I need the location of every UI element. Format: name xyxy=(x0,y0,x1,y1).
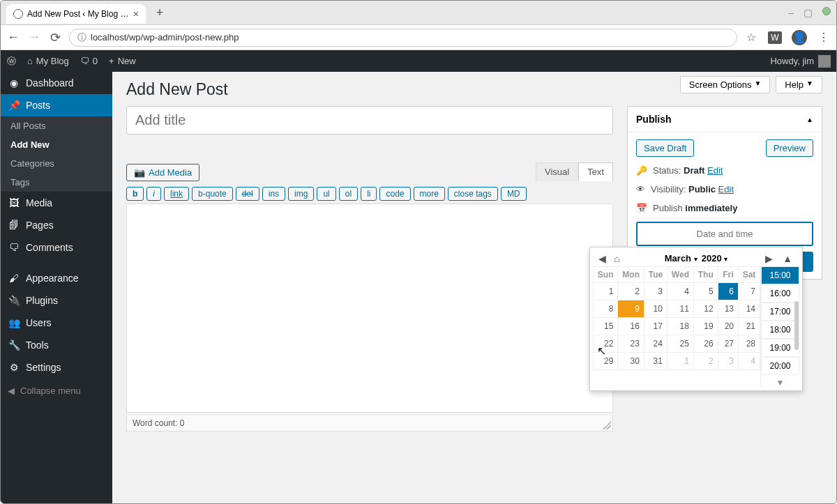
sidebar-item-settings[interactable]: ⚙Settings xyxy=(1,356,112,379)
year-select[interactable]: 2020 ▾ xyxy=(702,253,728,264)
calendar-day[interactable]: 15 xyxy=(594,318,618,335)
calendar-day[interactable]: 26 xyxy=(693,335,718,353)
calendar-day[interactable]: 13 xyxy=(718,300,738,318)
edit-visibility-link[interactable]: Edit xyxy=(718,184,734,194)
resize-handle[interactable] xyxy=(603,421,611,429)
reload-button[interactable]: ⟳ xyxy=(48,30,62,45)
submenu-add-new[interactable]: Add New xyxy=(1,135,112,154)
del-button[interactable]: del xyxy=(236,187,259,201)
scroll-up-icon[interactable]: ▲ xyxy=(783,253,792,264)
calendar-day[interactable]: 3 xyxy=(644,283,667,300)
calendar-day[interactable]: 14 xyxy=(739,300,760,318)
calendar-day[interactable]: 10 xyxy=(644,300,667,318)
next-month-icon[interactable]: ▶ xyxy=(765,253,773,264)
close-tab-icon[interactable]: × xyxy=(133,8,139,20)
calendar-day[interactable]: 5 xyxy=(693,283,718,300)
calendar-day[interactable]: 2 xyxy=(618,283,644,300)
code-button[interactable]: code xyxy=(379,187,410,201)
ul-button[interactable]: ul xyxy=(317,187,335,201)
calendar-day[interactable]: 6 xyxy=(718,283,738,300)
calendar-day[interactable]: 3 xyxy=(718,353,738,370)
calendar-day[interactable]: 28 xyxy=(739,335,760,353)
add-media-button[interactable]: 📷Add Media xyxy=(126,164,199,181)
post-title-input[interactable] xyxy=(126,106,613,135)
new-tab-button[interactable]: + xyxy=(151,6,168,20)
li-button[interactable]: li xyxy=(361,187,377,201)
browser-menu-icon[interactable]: ⋮ xyxy=(817,31,831,44)
time-option[interactable]: 18:00 xyxy=(761,321,799,339)
more-button[interactable]: more xyxy=(414,187,445,201)
ins-button[interactable]: ins xyxy=(262,187,285,201)
time-option[interactable]: 15:00 xyxy=(761,266,799,284)
sidebar-item-comments[interactable]: 🗨Comments xyxy=(1,236,112,259)
forward-button[interactable]: → xyxy=(27,30,41,45)
sidebar-item-tools[interactable]: 🔧Tools xyxy=(1,334,112,356)
calendar-day[interactable]: 8 xyxy=(594,300,618,318)
calendar-day[interactable]: 12 xyxy=(693,300,718,318)
close-tags-button[interactable]: close tags xyxy=(448,187,498,201)
calendar-day[interactable]: 21 xyxy=(739,318,760,335)
ol-button[interactable]: ol xyxy=(339,187,358,201)
md-button[interactable]: MD xyxy=(501,187,527,201)
prev-month-icon[interactable]: ◀ xyxy=(598,253,606,264)
calendar-day[interactable]: 23 xyxy=(618,335,644,353)
calendar-day[interactable]: 27 xyxy=(718,335,738,353)
site-link[interactable]: ⌂My Blog xyxy=(22,50,75,72)
today-icon[interactable]: ⌂ xyxy=(614,253,619,264)
bookmark-icon[interactable]: ☆ xyxy=(744,31,758,44)
calendar-day[interactable]: 17 xyxy=(644,318,667,335)
sidebar-item-appearance[interactable]: 🖌Appearance xyxy=(1,267,112,289)
calendar-day[interactable]: 9 xyxy=(618,300,644,318)
new-content-link[interactable]: +New xyxy=(103,50,142,72)
italic-button[interactable]: i xyxy=(146,187,161,201)
save-draft-button[interactable]: Save Draft xyxy=(636,139,694,157)
time-scrollbar[interactable] xyxy=(794,301,799,350)
publish-box-header[interactable]: Publish▲ xyxy=(628,107,822,132)
calendar-day[interactable]: 24 xyxy=(644,335,667,353)
sidebar-item-dashboard[interactable]: ◉Dashboard xyxy=(1,72,112,94)
calendar-day[interactable]: 18 xyxy=(667,318,693,335)
calendar-day[interactable]: 2 xyxy=(693,353,718,370)
screen-options-button[interactable]: Screen Options ▼ xyxy=(680,76,771,93)
month-select[interactable]: March ▾ xyxy=(665,253,698,264)
calendar-day[interactable]: 1 xyxy=(594,283,618,300)
sidebar-item-pages[interactable]: 🗐Pages xyxy=(1,214,112,236)
calendar-day[interactable]: 22 xyxy=(594,335,618,353)
time-option[interactable]: 17:00 xyxy=(761,303,799,321)
preview-button[interactable]: Preview xyxy=(766,139,813,157)
maximize-icon[interactable]: ▢ xyxy=(804,7,813,18)
extension-w[interactable]: W xyxy=(768,31,782,44)
close-window-icon[interactable] xyxy=(822,7,831,15)
browser-tab[interactable]: Add New Post ‹ My Blog — W… × xyxy=(6,4,146,24)
calendar-day[interactable]: 16 xyxy=(618,318,644,335)
scroll-down-icon[interactable]: ▼ xyxy=(761,378,799,388)
url-input[interactable]: ⓘ localhost/wp/wp-admin/post-new.php xyxy=(69,29,737,47)
account-link[interactable]: Howdy, jim xyxy=(770,55,836,68)
profile-icon[interactable]: 👤 xyxy=(792,30,807,45)
link-button[interactable]: link xyxy=(164,187,189,201)
tab-visual[interactable]: Visual xyxy=(536,162,578,181)
calendar-day[interactable]: 11 xyxy=(667,300,693,318)
time-option[interactable]: 20:00 xyxy=(761,357,799,375)
back-button[interactable]: ← xyxy=(6,30,20,45)
sidebar-item-media[interactable]: 🖾Media xyxy=(1,192,112,214)
time-option[interactable]: 16:00 xyxy=(761,284,799,303)
blockquote-button[interactable]: b-quote xyxy=(192,187,233,201)
calendar-day[interactable]: 4 xyxy=(739,353,760,370)
calendar-day[interactable]: 1 xyxy=(667,353,693,370)
sidebar-item-plugins[interactable]: 🔌Plugins xyxy=(1,289,112,312)
sidebar-item-users[interactable]: 👥Users xyxy=(1,312,112,334)
calendar-day[interactable]: 4 xyxy=(667,283,693,300)
chevron-up-icon[interactable]: ▲ xyxy=(806,116,813,123)
post-content-textarea[interactable] xyxy=(126,204,613,413)
comments-link[interactable]: 🗨0 xyxy=(75,50,103,72)
site-info-icon[interactable]: ⓘ xyxy=(77,31,86,44)
help-button[interactable]: Help ▼ xyxy=(776,76,822,93)
calendar-day[interactable]: 20 xyxy=(718,318,738,335)
calendar-day[interactable]: 25 xyxy=(667,335,693,353)
time-option[interactable]: 19:00 xyxy=(761,339,799,357)
calendar-day[interactable]: 29 xyxy=(594,353,618,370)
tab-text[interactable]: Text xyxy=(578,162,613,181)
calendar-day[interactable]: 19 xyxy=(693,318,718,335)
wordpress-logo-icon[interactable]: ⓦ xyxy=(1,55,22,68)
